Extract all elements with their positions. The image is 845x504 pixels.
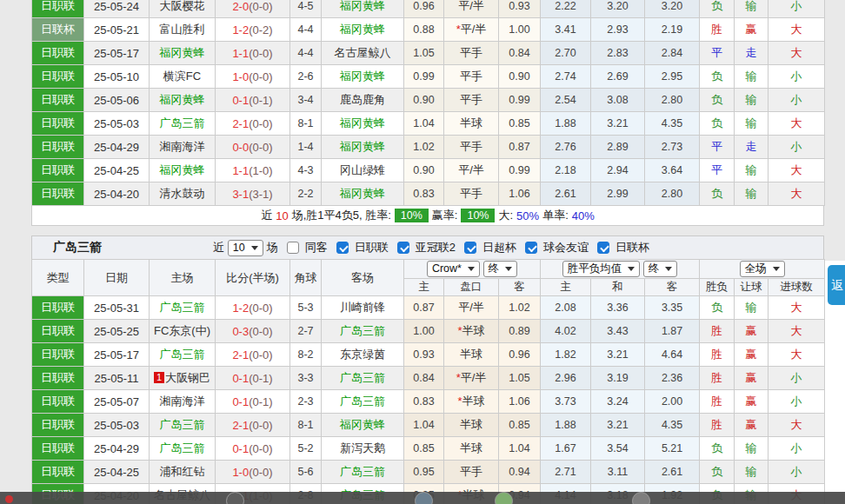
checkbox-acl[interactable] — [397, 242, 409, 254]
result-goals: 大 — [768, 296, 825, 320]
overlay-icon-4[interactable] — [632, 492, 650, 504]
away-team-cell[interactable]: 广岛三箭 — [322, 320, 404, 343]
checkbox-same-away[interactable] — [287, 242, 299, 254]
match-row: 日职联 25-05-06 福冈黄蜂 0-1(0-1) 3-4 鹿岛鹿角 0.90… — [32, 89, 825, 112]
bookmaker-select[interactable]: Crow* — [427, 261, 480, 277]
home-team-cell[interactable]: 广岛三箭 — [150, 343, 216, 367]
overlay-icon-2[interactable] — [415, 492, 433, 504]
handicap-away-odds: 1.06 — [499, 182, 541, 206]
home-team-cell[interactable]: 湘南海洋 — [150, 136, 216, 159]
result-handicap: 赢 — [735, 390, 768, 414]
home-team-cell[interactable]: 横滨FC — [150, 65, 216, 89]
away-team-cell[interactable]: 福冈黄蜂 — [322, 136, 404, 159]
team-title-bar: 广岛三箭 近 10 场 同客 日职联 亚冠联2 日超杯 球会友谊 日联杯 — [31, 235, 824, 259]
handicap-line: 半球 — [444, 437, 499, 461]
league-badge: 日职联 — [32, 65, 84, 89]
home-team-cell[interactable]: 清水鼓动 — [150, 182, 216, 206]
home-team-cell[interactable]: 浦和红钻 — [150, 461, 216, 484]
handicap-text: 平/半 — [458, 0, 484, 12]
league-badge: 日职联 — [32, 367, 84, 390]
home-team-cell[interactable]: 湘南海洋 — [150, 390, 216, 414]
home-team-cell[interactable]: 富山胜利 — [150, 18, 216, 42]
corner-count: 8-2 — [290, 343, 322, 367]
single-rate: 40% — [572, 209, 595, 222]
away-team-cell[interactable]: 东京绿茵 — [322, 343, 404, 367]
home-team-cell[interactable]: 大阪樱花 — [150, 0, 216, 18]
score-cell: 0-1(0-1) — [216, 89, 290, 112]
match-date: 25-04-29 — [84, 136, 150, 159]
avg-draw-odds: 3.21 — [591, 343, 645, 367]
avg-odds-select[interactable]: 胜平负均值 — [562, 261, 641, 277]
home-team-cell[interactable]: 福冈黄蜂 — [150, 42, 216, 65]
overlay-icon-1[interactable] — [226, 492, 244, 504]
handicap-time-select[interactable]: 终 — [483, 261, 518, 277]
away-team-cell[interactable]: 福冈黄蜂 — [322, 414, 404, 437]
away-team-cell[interactable]: 鹿岛鹿角 — [322, 89, 404, 112]
league-badge: 日职联 — [32, 182, 84, 206]
away-team-cell[interactable]: 广岛三箭 — [322, 390, 404, 414]
period-select[interactable]: 全场 — [740, 261, 785, 277]
avg-draw-odds: 3.43 — [591, 320, 645, 343]
away-team-cell[interactable]: 福冈黄蜂 — [322, 0, 404, 18]
halftime-score: (0-1) — [249, 94, 272, 107]
away-team-cell[interactable]: 新泻天鹅 — [322, 437, 404, 461]
checkbox-leaguecup[interactable] — [597, 242, 609, 254]
col-header-corner: 角球 — [290, 260, 322, 296]
handicap-time-value: 终 — [489, 262, 500, 276]
away-team-cell[interactable]: 川崎前锋 — [322, 296, 404, 320]
avg-draw-odds: 2.89 — [591, 136, 645, 159]
checkbox-supercup[interactable] — [464, 242, 476, 254]
away-team-cell[interactable]: 福冈黄蜂 — [322, 182, 404, 206]
col-header-away: 客场 — [322, 260, 404, 296]
away-team-cell[interactable]: 广岛三箭 — [322, 367, 404, 390]
result-goals: 大 — [768, 159, 825, 182]
home-team-cell[interactable]: 广岛三箭 — [150, 437, 216, 461]
league-badge: 日职联 — [32, 42, 84, 65]
home-team-cell[interactable]: 1大阪钢巴 — [150, 367, 216, 390]
match-date: 25-04-25 — [84, 461, 150, 484]
match-date: 25-05-31 — [84, 296, 150, 320]
result-wdl: 胜 — [700, 414, 735, 437]
side-float-button[interactable]: 返 — [828, 265, 845, 305]
halftime-score: (0-0) — [249, 419, 272, 432]
sub-header-avg-home: 主 — [541, 279, 591, 296]
handicap-line: 平/半 — [444, 159, 499, 182]
home-team-name: 横滨FC — [163, 70, 201, 83]
match-row: 日职联 25-05-07 湘南海洋 0-1(0-1) 2-3 广岛三箭 0.83… — [32, 390, 825, 414]
away-team-cell[interactable]: 福冈黄蜂 — [322, 18, 404, 42]
home-team-name: 湘南海洋 — [160, 140, 205, 153]
match-row: 日职联 25-05-31 广岛三箭 1-2(0-0) 5-3 川崎前锋 0.87… — [32, 296, 825, 320]
away-team-cell[interactable]: 福冈黄蜂 — [322, 112, 404, 136]
handicap-home-odds: 0.83 — [404, 182, 444, 206]
fulltime-score: 1-0 — [232, 466, 249, 479]
checkbox-jleague[interactable] — [336, 242, 349, 254]
home-team-cell[interactable]: 广岛三箭 — [150, 414, 216, 437]
checkbox-leaguecup-label: 日联杯 — [615, 240, 649, 255]
overlay-icon-3[interactable] — [495, 492, 513, 504]
avg-draw-odds: 3.54 — [591, 437, 645, 461]
home-team-cell[interactable]: 广岛三箭 — [150, 112, 216, 136]
away-team-cell[interactable]: 广岛三箭 — [322, 461, 404, 484]
handicap-text: 半球 — [460, 348, 482, 361]
home-team-cell[interactable]: FC东京(中) — [150, 320, 216, 343]
checkbox-friendly[interactable] — [525, 242, 537, 254]
fulltime-score: 1-0 — [232, 70, 249, 83]
match-count-select[interactable]: 10 — [228, 240, 263, 256]
avg-away-odds: 3.20 — [645, 0, 700, 18]
home-team-cell[interactable]: 福冈黄蜂 — [150, 159, 216, 182]
result-handicap: 输 — [735, 0, 768, 18]
home-team-cell[interactable]: 福冈黄蜂 — [150, 89, 216, 112]
avg-time-select[interactable]: 终 — [643, 261, 678, 277]
avg-home-odds: 4.02 — [541, 320, 591, 343]
home-team-cell[interactable]: 广岛三箭 — [150, 296, 216, 320]
result-goals: 小 — [768, 89, 825, 112]
near-label: 近 — [213, 240, 224, 255]
away-team-cell[interactable]: 冈山绿雉 — [322, 159, 404, 182]
filter-controls: 近 10 场 同客 日职联 亚冠联2 日超杯 球会友谊 日联杯 — [213, 240, 649, 256]
avg-home-odds: 1.88 — [541, 112, 591, 136]
home-team-name: 大阪钢巴 — [165, 371, 210, 384]
handicap-home-odds: 0.85 — [404, 437, 444, 461]
away-team-cell[interactable]: 福冈黄蜂 — [322, 65, 404, 89]
away-team-cell[interactable]: 名古屋鲸八 — [322, 42, 404, 65]
match-row: 日职联 25-04-25 浦和红钻 1-0(0-0) 5-6 广岛三箭 0.95… — [32, 461, 825, 484]
